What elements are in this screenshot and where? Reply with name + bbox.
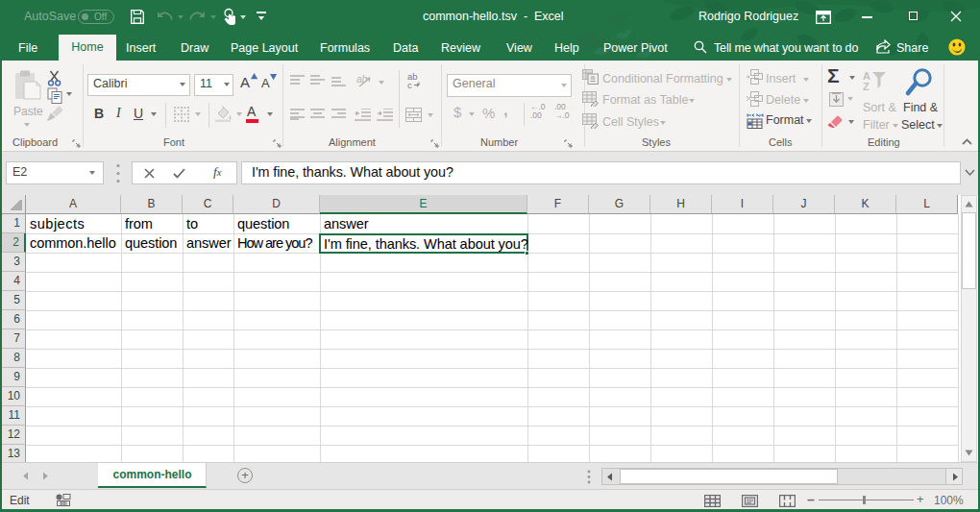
svg-text:ab: ab bbox=[356, 74, 368, 85]
svg-text:Z: Z bbox=[863, 81, 870, 91]
svg-text:c: c bbox=[407, 80, 412, 89]
